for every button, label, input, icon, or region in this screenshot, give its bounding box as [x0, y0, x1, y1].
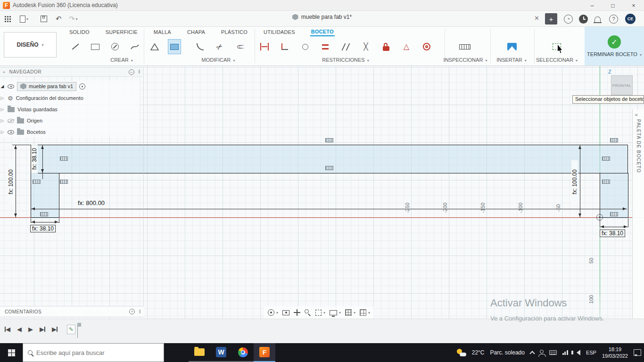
polygon-tool[interactable] — [148, 39, 161, 54]
trim-tool[interactable]: ✂ — [213, 39, 226, 54]
close-button[interactable]: × — [623, 0, 644, 11]
collapse-panel-icon[interactable]: « — [3, 70, 6, 74]
seleccionar-group-label[interactable]: SELECCIONAR ▾ — [536, 57, 578, 63]
tab-malla[interactable]: MALLA — [153, 28, 172, 36]
constraint-badge[interactable] — [602, 180, 610, 184]
orbit-button[interactable]: ▾ — [268, 309, 278, 316]
tree-item-doc-settings[interactable]: ▷ ⚙ Configuración del documento — [0, 92, 140, 104]
restricciones-group-label[interactable]: RESTRICCIONES ▾ — [322, 57, 369, 63]
line-tool[interactable] — [69, 39, 82, 54]
start-button[interactable] — [0, 343, 23, 362]
maximize-button[interactable]: □ — [603, 0, 623, 11]
timeline-step-back-button[interactable]: ◀ — [17, 326, 22, 333]
activate-component-icon[interactable] — [79, 83, 85, 90]
close-document-icon[interactable]: ✕ — [534, 15, 539, 22]
extensions-button[interactable]: ◔ — [564, 14, 573, 24]
root-document-pill[interactable]: mueble para fab v1 — [17, 82, 76, 91]
expand-palette-icon[interactable]: « — [635, 112, 644, 117]
dimension-line-bottom-right[interactable] — [600, 227, 628, 227]
panel-grip-icon[interactable]: ‖ — [139, 309, 141, 314]
zoom-button[interactable] — [305, 309, 311, 316]
action-center-icon[interactable] — [634, 349, 641, 356]
word-app[interactable]: W — [210, 343, 232, 362]
select-tool[interactable] — [550, 39, 563, 54]
insert-image-tool[interactable] — [505, 39, 519, 54]
expander-icon[interactable]: ▷ — [0, 96, 5, 100]
minimize-button[interactable]: – — [582, 0, 603, 11]
minus-circle-icon[interactable]: – — [129, 69, 134, 75]
weather-temp[interactable]: 22°C — [472, 349, 485, 356]
circle-tool[interactable] — [108, 39, 122, 54]
fillet-tool[interactable] — [193, 39, 206, 54]
dimension-bottom-right[interactable]: fx: 38.10 — [600, 230, 625, 237]
help-button[interactable]: ? — [609, 14, 618, 24]
constraint-badge[interactable] — [610, 212, 618, 216]
visibility-off-eye-icon[interactable] — [8, 119, 14, 123]
sketch-dimension-tool[interactable] — [258, 39, 271, 54]
constraint-badge[interactable] — [602, 156, 610, 161]
display-settings-button[interactable]: ▾ — [330, 310, 341, 315]
weather-desc[interactable]: Parc. soleado — [490, 349, 525, 356]
workspace-selector[interactable]: DISEÑO▾ — [4, 32, 57, 58]
horizontal-vertical-tool[interactable] — [278, 39, 291, 54]
dimension-right-height[interactable]: fx: 100.00 — [571, 160, 578, 204]
redo-button[interactable]: ↷▾ — [69, 14, 78, 24]
save-button[interactable] — [41, 14, 47, 24]
notifications-button[interactable] — [594, 14, 601, 24]
app-grid-button[interactable] — [5, 14, 11, 24]
fusion-app[interactable]: F — [254, 343, 275, 362]
fix-tool[interactable] — [380, 39, 393, 54]
timeline-go-start-button[interactable]: ◀ — [5, 326, 10, 333]
tangent-tool[interactable] — [298, 39, 312, 54]
taskbar-search[interactable] — [23, 343, 164, 362]
viewports-button[interactable]: ▾ — [360, 309, 370, 316]
comments-bar[interactable]: COMENTARIOS + ‖ — [0, 306, 144, 317]
timeline-play-button[interactable]: ▶ — [28, 326, 33, 333]
midpoint-tool[interactable]: △ — [400, 39, 413, 54]
chrome-app[interactable] — [232, 343, 254, 362]
file-menu-button[interactable]: ▾ — [20, 14, 28, 24]
inspeccionar-group-label[interactable]: INSPECCIONAR ▾ — [444, 57, 487, 63]
clock-date[interactable]: 18:19 19/03/2022 — [602, 346, 628, 360]
tray-expand-icon[interactable] — [529, 351, 535, 356]
insertar-group-label[interactable]: INSERTAR ▾ — [496, 57, 527, 63]
undo-button[interactable]: ↶ — [56, 14, 62, 24]
rectangle-2point-tool[interactable] — [168, 39, 181, 54]
timeline-playhead[interactable] — [77, 323, 78, 338]
timeline-step-forward-button[interactable]: ▶ — [40, 326, 45, 333]
expander-icon[interactable]: ▷ — [0, 130, 5, 134]
visibility-eye-icon[interactable] — [8, 84, 14, 89]
fit-button[interactable]: ▾ — [315, 310, 325, 316]
parallel-tool[interactable] — [339, 39, 352, 54]
viewcube[interactable]: FRONTAL — [611, 75, 633, 95]
language-indicator[interactable]: ESP — [586, 350, 596, 355]
touch-keyboard-icon[interactable] — [549, 350, 557, 355]
tab-solido[interactable]: SOLIDO — [68, 28, 91, 36]
volume-icon[interactable] — [574, 350, 580, 355]
tab-boceto[interactable]: BOCETO — [310, 28, 335, 36]
finish-sketch-button[interactable]: ✓ TERMINAR BOCETO ▾ — [585, 27, 644, 66]
crear-group-label[interactable]: CREAR ▾ — [110, 57, 133, 63]
panel-grip-icon[interactable]: ‖ — [138, 69, 140, 74]
weather-icon[interactable] — [457, 349, 466, 356]
tree-item-saved-views[interactable]: ▷ Vistas guardadas — [0, 104, 140, 115]
file-explorer-app[interactable] — [189, 343, 210, 362]
concentric-tool[interactable] — [420, 39, 433, 54]
job-status-button[interactable] — [579, 14, 588, 24]
tree-item-sketches[interactable]: ▷ Bocetos — [0, 126, 140, 138]
document-tab[interactable]: mueble para fab v1* — [292, 14, 352, 20]
dimension-line-right[interactable] — [580, 145, 580, 218]
expander-icon[interactable]: ▷ — [0, 107, 5, 112]
constraint-badge[interactable] — [610, 138, 618, 142]
measure-tool[interactable] — [458, 39, 471, 54]
constraint-badge[interactable] — [325, 166, 333, 170]
visibility-eye-icon[interactable] — [8, 130, 14, 134]
tree-item-origin[interactable]: ▷ Origen — [0, 115, 140, 126]
network-icon[interactable] — [562, 350, 568, 355]
modificar-group-label[interactable]: MODIFICAR ▾ — [202, 57, 235, 63]
tree-root-row[interactable]: ◢ mueble para fab v1 — [0, 81, 140, 92]
grid-snap-button[interactable]: ▾ — [345, 309, 355, 316]
add-comment-icon[interactable]: + — [129, 309, 135, 314]
people-icon[interactable] — [540, 350, 544, 354]
tab-chapa[interactable]: CHAPA — [186, 28, 206, 36]
